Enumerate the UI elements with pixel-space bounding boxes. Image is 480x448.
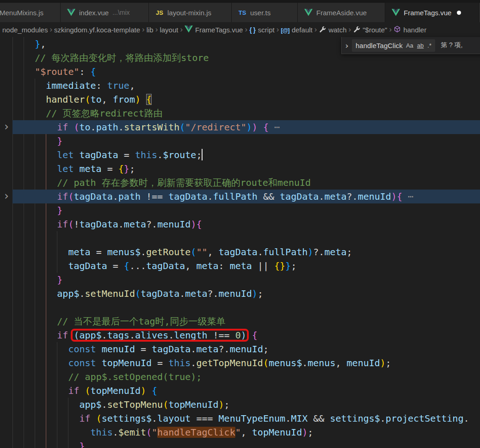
code-line[interactable]: } — [12, 203, 480, 217]
breadcrumb-label: watch — [328, 26, 346, 34]
breadcrumb-item--route-[interactable]: "$route" — [353, 25, 387, 34]
code-line[interactable]: if (settings$.layout === MenuTypeEnum.MI… — [12, 411, 480, 425]
chevron-right-icon: › — [245, 25, 247, 34]
vue-icon — [304, 8, 313, 17]
fold-chevron-icon[interactable]: › — [1, 190, 12, 203]
wrench-icon — [353, 25, 360, 34]
wrench-icon — [319, 25, 326, 34]
breadcrumb-label: layout — [160, 26, 178, 34]
code-line[interactable]: if (app$.tags.alives.length !== 0) { — [12, 328, 480, 342]
find-input[interactable]: handleTagClick Aa ab .* — [352, 39, 435, 52]
breadcrumb-label: script — [258, 26, 275, 34]
code-line[interactable]: } — [12, 273, 480, 287]
code-line[interactable]: this.$emit("handleTagClick", topMenuId); — [12, 425, 480, 439]
tab-menumixins[interactable]: MenuMixins.js — [0, 3, 60, 22]
code-line[interactable]: } — [12, 134, 480, 148]
tab-label: index.vue — [79, 9, 109, 17]
chevron-right-icon: › — [155, 25, 158, 34]
tab-label: FrameAside.vue — [316, 9, 367, 17]
vue-icon — [185, 25, 193, 34]
chevron-right-icon: › — [180, 25, 183, 34]
javascript-icon: JS — [155, 8, 164, 17]
tab-index-vue[interactable]: index.vue...\mix — [61, 3, 148, 22]
code-line[interactable]: } — [12, 439, 480, 448]
code-editor: ›› }, // 每次路由变化时，将路由添加到store "$route": {… — [0, 37, 480, 448]
annotation-red-box: (app$.tags.alives.length !== 0) — [74, 330, 246, 341]
code-line[interactable]: // path 存在参数时，刷新需要获取正确的route和menuId — [12, 176, 480, 190]
code-line[interactable]: if (to.path.startsWith("/redirect")) { ⋯ — [12, 120, 480, 134]
breadcrumb-label: node_modules — [2, 26, 48, 34]
code-line[interactable]: immediate: true, — [12, 79, 480, 92]
chevron-right-icon: › — [142, 25, 145, 34]
fold-chevron-icon[interactable]: › — [1, 120, 12, 134]
text-cursor — [202, 149, 203, 160]
code-line[interactable]: // 当不是最后一个tag时,同步一级菜单 — [12, 314, 480, 328]
tab-frameaside[interactable]: FrameAside.vue — [298, 3, 385, 22]
find-widget: › handleTagClick Aa ab .* 第 ? 项, — [341, 37, 480, 54]
breadcrumb-label: szkingdom.yf.koca-template — [54, 26, 140, 34]
tab-label: layout-mixin.js — [167, 9, 211, 17]
breadcrumb-label: handler — [403, 26, 426, 34]
code-line[interactable]: app$.setTopMenu(topMenuId); — [12, 398, 480, 411]
code-line[interactable]: // 页签忽略redirect路由 — [12, 106, 480, 120]
code-line[interactable] — [12, 231, 480, 245]
typescript-icon: TS — [238, 8, 247, 17]
code-line[interactable]: // app$.setOpened(true); — [12, 370, 480, 384]
match-case-icon[interactable]: Aa — [405, 42, 415, 49]
breadcrumb-item-handler[interactable]: handler — [394, 25, 426, 34]
code-line[interactable] — [12, 301, 480, 314]
vue-icon — [67, 8, 76, 17]
tab-label: FrameTags.vue — [404, 9, 451, 17]
chevron-right-icon: › — [349, 25, 351, 34]
matching-bracket-highlight: { — [146, 94, 152, 105]
braces-icon: { } — [249, 26, 256, 34]
find-query-text: handleTagClick — [356, 42, 404, 49]
code-line[interactable]: meta = menus$.getRoute("", tagData.fullP… — [12, 245, 480, 259]
code-line[interactable]: const topMenuId = this.getTopMenuId(menu… — [12, 356, 480, 370]
vue-icon — [391, 8, 400, 17]
code-line[interactable]: if (topMenuId) { — [12, 384, 480, 398]
code-line[interactable]: if(tagData.path !== tagData.fullPath && … — [12, 190, 480, 203]
chevron-right-icon: › — [314, 25, 317, 34]
breadcrumb-item-watch[interactable]: watch — [319, 25, 346, 34]
symbol-method-icon — [394, 25, 401, 34]
regex-icon[interactable]: .* — [426, 42, 433, 49]
code-line[interactable]: let meta = {}; — [12, 162, 480, 176]
breadcrumb-item-node-modules[interactable]: node_modules — [2, 26, 48, 34]
code-line[interactable]: tagData = {...tagData, meta: meta || {}}… — [12, 259, 480, 273]
breadcrumb-item-layout[interactable]: layout — [160, 26, 178, 34]
code-line[interactable]: app$.setMenuId(tagData.meta?.menuId); — [12, 287, 480, 301]
modified-dot-icon[interactable] — [457, 11, 461, 15]
tab-layout-mixin[interactable]: JSlayout-mixin.js — [149, 3, 231, 22]
whole-word-icon[interactable]: ab — [416, 42, 425, 49]
tab-label: MenuMixins.js — [0, 9, 43, 17]
breadcrumb-item-script[interactable]: { }script — [249, 26, 275, 34]
code-line[interactable]: if(!tagData.meta?.menuId){ — [12, 217, 480, 231]
chevron-right-icon: › — [49, 25, 52, 34]
breadcrumb-label: default — [292, 26, 313, 34]
breadcrumb-label: FrameTags.vue — [195, 26, 243, 34]
tab-bar: MenuMixins.jsindex.vue...\mixJSlayout-mi… — [0, 0, 480, 22]
symbol-object-icon: [@] — [281, 26, 289, 34]
tab-frametags[interactable]: FrameTags.vue — [385, 3, 479, 22]
tab-user-ts[interactable]: TSuser.ts — [232, 3, 297, 22]
code-line[interactable]: "$route": { — [12, 65, 480, 79]
breadcrumb-item-szkingdom-yf-koca-template[interactable]: szkingdom.yf.koca-template — [54, 26, 140, 34]
find-results-label: 第 ? 项, — [441, 41, 462, 49]
search-match-highlight: handleTagClick — [157, 427, 235, 438]
breadcrumb-item-default[interactable]: [@]default — [281, 26, 312, 34]
find-expand-chevron-icon[interactable]: › — [342, 41, 352, 50]
breadcrumb-item-lib[interactable]: lib — [147, 26, 154, 34]
breadcrumb-item-frametags-vue[interactable]: FrameTags.vue — [185, 25, 243, 34]
code-line[interactable]: let tagData = this.$route; — [12, 148, 480, 162]
code-line[interactable]: handler(to, from) { — [12, 92, 480, 106]
chevron-right-icon: › — [389, 25, 392, 34]
code-line[interactable]: const menuId = tagData.meta?.menuId; — [12, 342, 480, 356]
chevron-right-icon: › — [277, 25, 279, 34]
tab-label: user.ts — [250, 9, 271, 17]
tab-dir-hint: ...\mix — [112, 9, 129, 16]
breadcrumb-label: "$route" — [363, 26, 387, 34]
breadcrumb-label: lib — [147, 26, 154, 34]
breadcrumb: node_modules›szkingdom.yf.koca-template›… — [0, 22, 480, 37]
